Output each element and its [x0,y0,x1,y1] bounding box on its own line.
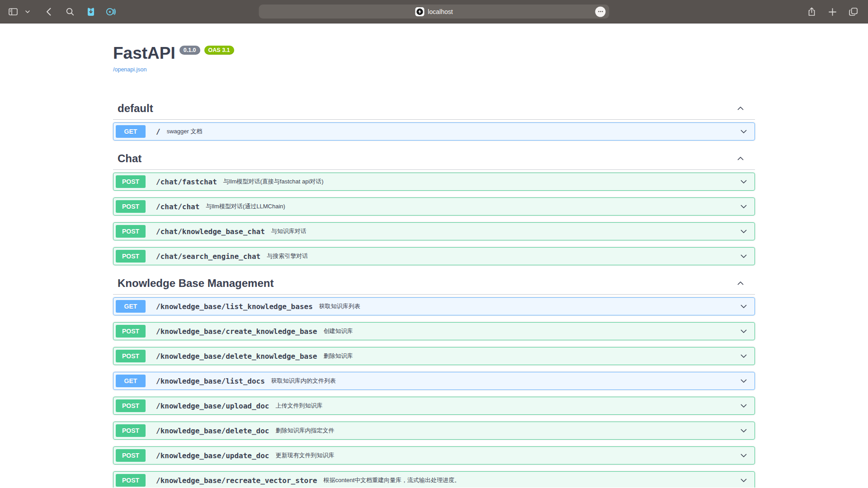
chevron-down-icon [739,426,748,435]
new-tab-button[interactable] [826,5,839,19]
search-button[interactable] [63,5,77,19]
url-text: localhost [428,8,453,15]
endpoint-path: /chat/chat [156,202,199,211]
chevron-down-icon [739,451,748,460]
expand-endpoint-button[interactable] [739,227,748,236]
method-badge: POST [116,350,146,362]
method-badge: GET [116,375,146,387]
endpoint-row[interactable]: POST /chat/knowledge_base_chat 与知识库对话 [113,222,755,240]
endpoint-row[interactable]: POST /knowledge_base/delete_knowledge_ba… [113,347,755,365]
search-icon [66,8,74,16]
api-section-default: default GET / swagger 文档 [113,97,755,141]
endpoint-path: /chat/knowledge_base_chat [156,227,265,236]
method-badge: POST [116,225,146,238]
expand-endpoint-button[interactable] [739,302,748,311]
api-section-chat: Chat POST /chat/fastchat 与llm模型对话(直接与fas… [113,147,755,265]
endpoint-path: /knowledge_base/update_doc [156,451,269,460]
endpoint-path: /chat/fastchat [156,178,217,186]
endpoint-row[interactable]: GET / swagger 文档 [113,122,755,141]
endpoint-path: /knowledge_base/recreate_vector_store [156,476,317,485]
section-header[interactable]: Chat [113,147,755,170]
page-settings-button[interactable] [595,6,606,17]
method-badge: POST [116,474,146,487]
endpoint-row[interactable]: GET /knowledge_base/list_knowledge_bases… [113,297,755,315]
chevron-down-icon [739,252,748,261]
endpoint-description: 与知识库对话 [271,227,307,235]
expand-endpoint-button[interactable] [739,327,748,336]
chevron-down-icon [739,376,748,385]
extension-bookmark-icon [86,7,95,17]
endpoint-row[interactable]: POST /knowledge_base/delete_doc 删除知识库内指定… [113,422,755,440]
endpoint-description: swagger 文档 [167,127,203,136]
endpoint-row[interactable]: POST /knowledge_base/update_doc 更新现有文件到知… [113,446,755,465]
expand-endpoint-button[interactable] [739,252,748,261]
toolbar-left-group [0,5,118,19]
collapse-section-button[interactable] [736,104,745,113]
section-title: Knowledge Base Management [118,277,274,290]
endpoint-description: 删除知识库内指定文件 [275,427,334,435]
chevron-down-icon [739,302,748,311]
chevron-down-icon [739,476,748,485]
endpoint-row[interactable]: POST /chat/chat 与llm模型对话(通过LLMChain) [113,197,755,216]
chevron-down-icon [739,227,748,236]
api-section-knowledge-base-management: Knowledge Base Management GET /knowledge… [113,272,755,488]
section-header[interactable]: default [113,97,755,120]
endpoint-description: 删除知识库 [323,352,353,360]
collapse-section-button[interactable] [736,154,745,163]
chevron-down-icon [739,327,748,336]
sidebar-menu-chevron-button[interactable] [24,5,32,19]
endpoint-row[interactable]: POST /knowledge_base/recreate_vector_sto… [113,471,755,488]
method-badge: POST [116,399,146,412]
chevron-down-icon [739,202,748,211]
endpoint-row[interactable]: POST /knowledge_base/upload_doc 上传文件到知识库 [113,397,755,415]
endpoint-path: /knowledge_base/delete_knowledge_base [156,352,317,361]
section-header[interactable]: Knowledge Base Management [113,272,755,295]
swagger-page: FastAPI 0.1.0 OAS 3.1 /openapi.json defa… [0,23,868,488]
endpoint-description: 获取知识库内的文件列表 [271,377,336,385]
endpoint-description: 上传文件到知识库 [275,402,322,410]
endpoint-description: 与llm模型对话(通过LLMChain) [206,202,285,211]
endpoint-row[interactable]: POST /chat/fastchat 与llm模型对话(直接与fastchat… [113,173,755,191]
address-bar[interactable]: localhost [259,5,609,19]
endpoint-path: / [156,127,160,136]
expand-endpoint-button[interactable] [739,376,748,385]
collapse-section-button[interactable] [736,279,745,288]
toolbar-right-group [805,0,860,23]
expand-endpoint-button[interactable] [739,451,748,460]
expand-endpoint-button[interactable] [739,177,748,186]
endpoint-row[interactable]: POST /knowledge_base/create_knowledge_ba… [113,322,755,340]
expand-endpoint-button[interactable] [739,426,748,435]
oas-badge: OAS 3.1 [204,46,234,55]
endpoint-description: 创建知识库 [323,327,353,335]
extension-rings-button[interactable] [104,5,118,19]
method-badge: POST [116,175,146,188]
section-title: Chat [118,152,142,165]
openapi-spec-link[interactable]: /openapi.json [113,66,146,73]
method-badge: GET [116,300,146,313]
browser-toolbar: localhost [0,0,868,23]
chevron-down-icon [739,177,748,186]
method-badge: POST [116,424,146,437]
method-badge: POST [116,250,146,263]
chevron-down-icon [739,127,748,136]
sidebar-toggle-button[interactable] [6,5,20,19]
endpoint-row[interactable]: GET /knowledge_base/list_docs 获取知识库内的文件列… [113,372,755,390]
endpoint-description: 更新现有文件到知识库 [275,451,334,460]
share-button[interactable] [805,5,818,19]
endpoint-description: 根据content中文档重建向量库，流式输出处理进度。 [323,476,460,484]
endpoint-path: /knowledge_base/delete_doc [156,427,269,435]
endpoint-path: /knowledge_base/list_knowledge_bases [156,302,313,311]
version-badge: 0.1.0 [179,46,200,55]
expand-endpoint-button[interactable] [739,352,748,361]
expand-endpoint-button[interactable] [739,476,748,485]
chevron-down-icon [25,10,30,13]
expand-endpoint-button[interactable] [739,127,748,136]
expand-endpoint-button[interactable] [739,401,748,410]
expand-endpoint-button[interactable] [739,202,748,211]
extension-bookmark-button[interactable] [84,5,98,19]
chevron-up-icon [736,279,745,288]
endpoint-row[interactable]: POST /chat/search_engine_chat 与搜索引擎对话 [113,247,755,265]
tab-overview-button[interactable] [846,5,860,19]
back-button[interactable] [42,5,55,19]
site-favicon [415,7,424,16]
